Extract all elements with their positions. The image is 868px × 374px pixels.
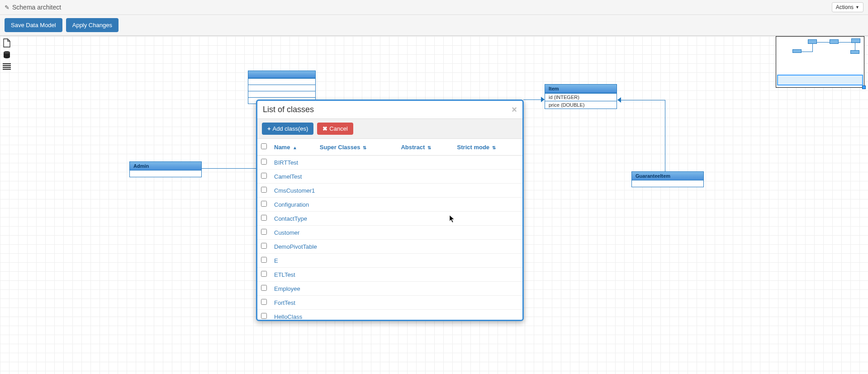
entity-field: [248, 78, 315, 85]
table-row: DemoPivotTable: [257, 240, 522, 254]
table-row: HelloClass: [257, 310, 522, 320]
apply-changes-button[interactable]: Apply Changes: [66, 18, 119, 32]
entity-guaranteeitem[interactable]: GuaranteeItem: [631, 171, 704, 187]
minimap[interactable]: [776, 36, 864, 88]
class-link[interactable]: Employee: [274, 285, 300, 292]
row-checkbox[interactable]: [261, 299, 267, 305]
entity-partial[interactable]: [248, 71, 316, 104]
page-title-text: Schema architect: [12, 4, 61, 11]
svg-rect-4: [3, 67, 11, 68]
column-super[interactable]: Super Classes ⇅: [316, 139, 398, 156]
class-link[interactable]: ContactType: [274, 215, 307, 222]
class-link[interactable]: ETLTest: [274, 271, 295, 278]
edit-icon: ✎: [5, 4, 9, 11]
row-checkbox[interactable]: [261, 243, 267, 249]
sort-icon: ⇅: [492, 145, 496, 150]
table-row: BIRTTest: [257, 156, 522, 170]
entity-item[interactable]: Item id (INTEGER) price (DOUBLE): [545, 84, 617, 109]
dialog-toolbar: +Add class(es) ✖Cancel: [257, 118, 522, 139]
save-data-model-button[interactable]: Save Data Model: [5, 18, 62, 32]
class-link[interactable]: CamelTest: [274, 173, 302, 180]
row-checkbox[interactable]: [261, 229, 267, 235]
row-checkbox-cell: [257, 212, 270, 226]
class-link[interactable]: DemoPivotTable: [274, 243, 317, 250]
select-all-checkbox[interactable]: [261, 143, 267, 149]
save-label: Save Data Model: [11, 22, 56, 28]
sort-icon: ⇅: [427, 145, 431, 150]
row-checkbox[interactable]: [261, 173, 267, 179]
row-checkbox[interactable]: [261, 187, 267, 193]
class-link[interactable]: FortTest: [274, 299, 295, 306]
row-checkbox[interactable]: [261, 285, 267, 291]
table-row: Customer: [257, 226, 522, 240]
minimap-resize-handle[interactable]: [862, 85, 866, 89]
class-table-scroll[interactable]: Name ▲ Super Classes ⇅ Abstract ⇅ Stri: [257, 139, 522, 320]
select-all-header: [257, 139, 270, 156]
sort-icon: ⇅: [363, 145, 366, 150]
table-row: ETLTest: [257, 268, 522, 282]
row-name-cell: BIRTTest: [270, 156, 522, 170]
row-name-cell: ETLTest: [270, 268, 522, 282]
field-text: price (DOUBLE): [549, 102, 584, 108]
entity-field: price (DOUBLE): [545, 101, 617, 109]
entity-title: Admin: [133, 163, 149, 169]
class-link[interactable]: Configuration: [274, 201, 309, 208]
entity-title: GuaranteeItem: [636, 173, 670, 179]
entity-admin[interactable]: Admin: [129, 161, 202, 177]
column-abstract[interactable]: Abstract ⇅: [397, 139, 453, 156]
row-checkbox[interactable]: [261, 215, 267, 221]
entity-title: Item: [549, 86, 559, 91]
arrowhead-icon: [541, 97, 545, 102]
database-icon[interactable]: [2, 50, 12, 60]
table-header-row: Name ▲ Super Classes ⇅ Abstract ⇅ Stri: [257, 139, 522, 156]
class-link[interactable]: BIRTTest: [274, 159, 298, 166]
class-link[interactable]: E: [274, 257, 278, 264]
col-strict-text: Strict mode: [457, 144, 490, 151]
arrowhead-icon: [617, 97, 621, 103]
row-checkbox[interactable]: [261, 313, 267, 319]
svg-rect-2: [3, 63, 11, 64]
svg-point-1: [4, 51, 10, 54]
class-link[interactable]: Customer: [274, 229, 299, 236]
new-document-icon[interactable]: [2, 38, 12, 48]
class-link[interactable]: CmsCustomer1: [274, 187, 315, 194]
minimap-viewport[interactable]: [777, 75, 863, 85]
entity-field: [248, 85, 315, 91]
close-icon[interactable]: ×: [512, 104, 517, 115]
row-checkbox-cell: [257, 156, 270, 170]
field-text: id (INTEGER): [549, 95, 579, 100]
row-checkbox[interactable]: [261, 271, 267, 277]
table-row: ContactType: [257, 212, 522, 226]
add-label: Add class(es): [273, 125, 308, 132]
page-title: ✎ Schema architect: [5, 4, 61, 11]
row-checkbox[interactable]: [261, 257, 267, 263]
entity-header: Admin: [130, 162, 201, 170]
row-checkbox-cell: [257, 282, 270, 296]
dialog-title: List of classes: [263, 105, 314, 114]
minimap-node: [808, 39, 817, 44]
row-checkbox[interactable]: [261, 159, 267, 165]
svg-rect-3: [3, 65, 11, 66]
entity-field: id (INTEGER): [545, 93, 617, 101]
class-link[interactable]: HelloClass: [274, 313, 302, 320]
column-name[interactable]: Name ▲: [270, 139, 316, 156]
dialog-header[interactable]: List of classes ×: [257, 101, 522, 118]
add-classes-button[interactable]: +Add class(es): [262, 123, 313, 135]
row-name-cell: CamelTest: [270, 170, 522, 184]
actions-label: Actions: [836, 4, 854, 10]
row-checkbox-cell: [257, 184, 270, 198]
svg-rect-5: [3, 69, 11, 70]
schema-canvas[interactable]: Admin Item id (INTEGER) price (DOUBLE) G…: [0, 36, 868, 374]
row-name-cell: CmsCustomer1: [270, 184, 522, 198]
row-name-cell: HelloClass: [270, 310, 522, 320]
cancel-button[interactable]: ✖Cancel: [317, 123, 353, 135]
row-checkbox-cell: [257, 240, 270, 254]
plus-icon: +: [267, 125, 271, 132]
row-checkbox-cell: [257, 170, 270, 184]
col-super-text: Super Classes: [320, 144, 360, 151]
row-checkbox[interactable]: [261, 201, 267, 207]
actions-dropdown[interactable]: Actions ▼: [832, 2, 863, 12]
entity-body: [130, 170, 201, 177]
column-strict[interactable]: Strict mode ⇅: [454, 139, 522, 156]
list-icon[interactable]: [2, 62, 12, 71]
